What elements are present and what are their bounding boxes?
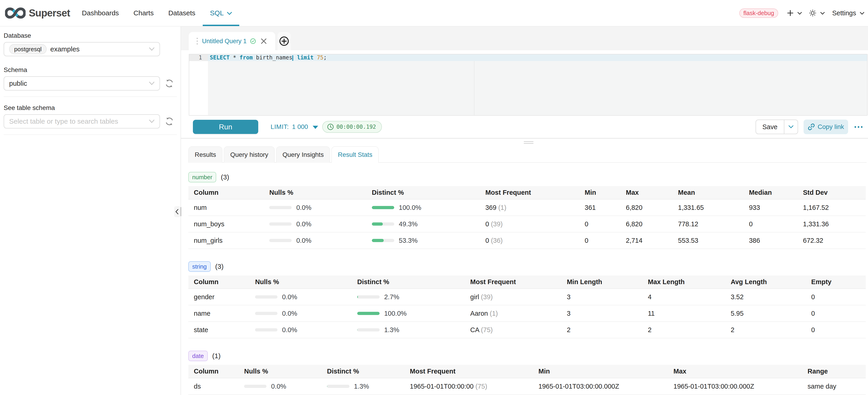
value-cell: 2: [561, 322, 642, 338]
value-cell: 1,331.36: [798, 216, 866, 232]
percent-value: 100.0%: [384, 310, 407, 317]
value-cell: 1965-01-01T03:00:00.000Z: [668, 378, 802, 395]
column-header: Nulls %: [239, 365, 321, 378]
value-cell: 0: [806, 289, 866, 305]
value-cell: 1,167.52: [798, 199, 866, 216]
collapse-sidebar-button[interactable]: [174, 206, 180, 217]
column-header: Column: [188, 186, 264, 199]
value-cell: 4: [643, 289, 725, 305]
percent-value: 49.3%: [399, 220, 417, 228]
percent-cell: 0.0%: [264, 216, 366, 232]
stats-table-date: ColumnNulls %Distinct %Most FrequentMinM…: [188, 365, 866, 395]
copy-link-button[interactable]: Copy link: [804, 120, 848, 134]
results-tab-query-history[interactable]: Query history: [224, 146, 275, 163]
value-cell: num_boys: [188, 216, 264, 232]
column-header: Column: [188, 275, 250, 289]
chevron-down-icon: [788, 125, 794, 128]
percent-value: 0.0%: [296, 237, 311, 244]
refresh-schemas-button[interactable]: [165, 79, 174, 88]
database-engine-pill: postgresql: [9, 44, 46, 54]
query-tab[interactable]: Untitled Query 1: [189, 32, 275, 50]
results-tab-result-stats[interactable]: Result Stats: [331, 146, 379, 163]
progress-bar: [357, 295, 380, 299]
percent-value: 100.0%: [399, 204, 421, 211]
value-cell: 778.12: [673, 216, 743, 232]
theme-menu[interactable]: [809, 9, 825, 17]
check-circle-icon: [250, 38, 256, 44]
value-cell: state: [188, 322, 250, 338]
table-select[interactable]: Select table or type to search tables: [4, 114, 160, 128]
close-tab-button[interactable]: [261, 38, 267, 44]
progress-bar: [357, 328, 380, 331]
most-frequent-cell: girl (39): [465, 289, 561, 305]
superset-logo[interactable]: Superset: [5, 7, 70, 19]
chevron-down-icon: [820, 12, 825, 15]
most-frequent-cell: 0 (39): [480, 216, 579, 232]
column-header: Avg Length: [725, 275, 806, 289]
value-cell: 553.53: [673, 232, 743, 249]
column-header: Max: [668, 365, 802, 378]
more-actions-button[interactable]: [854, 126, 863, 128]
column-count: (1): [212, 352, 221, 360]
stat-group-string: string(3)ColumnNulls %Distinct %Most Fre…: [188, 261, 867, 338]
chevron-down-icon: [149, 47, 154, 51]
new-item-menu[interactable]: [787, 10, 802, 16]
refresh-icon: [165, 117, 174, 126]
add-query-tab-button[interactable]: [277, 32, 291, 50]
value-cell: 3: [561, 305, 642, 322]
limit-dropdown[interactable]: LIMIT: 1 000: [271, 123, 318, 130]
nav-item-sql[interactable]: SQL: [203, 0, 239, 26]
save-button[interactable]: Save: [756, 120, 784, 134]
database-label: Database: [4, 32, 177, 39]
nav-item-dashboards[interactable]: Dashboards: [74, 0, 126, 26]
chevron-left-icon: [175, 209, 179, 214]
sqllab-sidebar: Database postgresql examples Schema publ…: [0, 27, 181, 395]
chevron-down-icon: [227, 12, 232, 15]
stat-group-date: date(1)ColumnNulls %Distinct %Most Frequ…: [188, 351, 867, 395]
stats-row: num_boys0.0%49.3%0 (39)06,820778.1201,33…: [188, 216, 866, 232]
percent-value: 0.0%: [296, 220, 311, 228]
sql-editor[interactable]: 1 SELECT * from birth_names limit 75;: [189, 54, 868, 116]
value-cell: 3.52: [725, 289, 806, 305]
most-frequent-cell: Aaron (1): [465, 305, 561, 322]
run-button[interactable]: Run: [193, 120, 258, 134]
nav-item-charts[interactable]: Charts: [126, 0, 161, 26]
results-tab-query-insights[interactable]: Query Insights: [276, 146, 330, 163]
sql-editor-pane: Untitled Query 1: [181, 27, 868, 395]
clock-icon: [327, 124, 334, 130]
column-header: Std Dev: [798, 186, 866, 199]
percent-value: 0.0%: [282, 293, 297, 301]
plus-icon: [787, 10, 793, 16]
close-icon: [261, 38, 267, 44]
schema-label: Schema: [4, 66, 177, 73]
value-cell: 11: [643, 305, 725, 322]
chevron-down-icon: [149, 120, 154, 123]
type-tag-number: number: [188, 172, 216, 182]
panel-resize-handle[interactable]: [524, 141, 533, 145]
link-icon: [808, 123, 815, 130]
database-select[interactable]: postgresql examples: [4, 42, 160, 56]
editor-gutter: 1: [189, 54, 208, 115]
percent-cell: 100.0%: [352, 305, 465, 322]
percent-cell: 0.0%: [250, 289, 352, 305]
limit-value: 1 000: [292, 123, 308, 130]
settings-menu[interactable]: Settings: [832, 9, 864, 17]
value-cell: 0: [579, 232, 620, 249]
value-cell: 0: [806, 305, 866, 322]
schema-select[interactable]: public: [4, 77, 160, 91]
percent-value: 0.0%: [296, 204, 311, 211]
line-number: 1: [189, 54, 208, 61]
results-panel: ResultsQuery historyQuery InsightsResult…: [181, 139, 868, 395]
percent-value: 0.0%: [271, 383, 286, 390]
nav-item-datasets[interactable]: Datasets: [161, 0, 203, 26]
results-tab-results[interactable]: Results: [188, 146, 222, 163]
save-options-button[interactable]: [784, 120, 798, 134]
progress-bar: [255, 328, 277, 331]
chevron-down-icon: [797, 12, 802, 15]
refresh-tables-button[interactable]: [165, 117, 174, 126]
column-header: Nulls %: [264, 186, 366, 199]
percent-cell: 0.0%: [264, 232, 366, 249]
navbar-right: flask-debug Settings: [739, 8, 864, 18]
column-count: (3): [215, 263, 224, 270]
most-frequent-cell: 369 (1): [480, 199, 579, 216]
